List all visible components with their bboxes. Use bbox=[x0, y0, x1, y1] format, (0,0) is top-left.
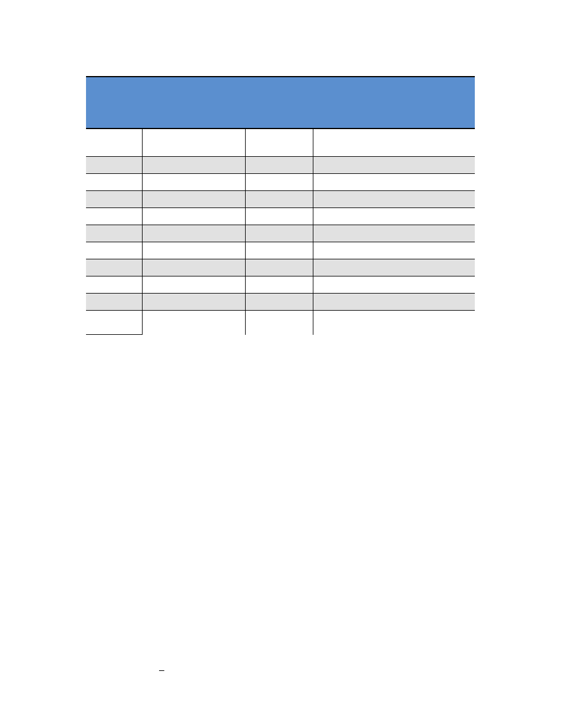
table-row bbox=[86, 294, 475, 311]
table-cell bbox=[142, 174, 245, 191]
table-header-cell bbox=[142, 77, 245, 129]
table-cell bbox=[313, 225, 475, 242]
table-cell bbox=[313, 157, 475, 174]
table-cell bbox=[313, 259, 475, 276]
table-cell bbox=[245, 225, 313, 242]
table-cell bbox=[86, 294, 142, 311]
table-row bbox=[86, 129, 475, 157]
table-cell bbox=[86, 225, 142, 242]
table-cell bbox=[245, 208, 313, 225]
table-cell bbox=[142, 157, 245, 174]
table-cell bbox=[245, 174, 313, 191]
table-header-row bbox=[86, 77, 475, 129]
table-row bbox=[86, 157, 475, 174]
table-cell bbox=[86, 174, 142, 191]
table-cell bbox=[86, 259, 142, 276]
table-row bbox=[86, 259, 475, 276]
table-cell bbox=[245, 259, 313, 276]
table-cell bbox=[142, 311, 245, 335]
table-cell bbox=[245, 311, 313, 335]
table-cell bbox=[142, 225, 245, 242]
table-cell bbox=[142, 191, 245, 208]
table-cell bbox=[86, 129, 142, 157]
table-cell bbox=[313, 191, 475, 208]
table-cell bbox=[313, 174, 475, 191]
table-cell bbox=[86, 191, 142, 208]
table-cell bbox=[142, 242, 245, 259]
table-cell bbox=[142, 294, 245, 311]
footer-dash: – bbox=[159, 665, 164, 676]
table-cell bbox=[86, 157, 142, 174]
table-row bbox=[86, 191, 475, 208]
table-cell bbox=[313, 294, 475, 311]
table-row bbox=[86, 208, 475, 225]
table-cell bbox=[142, 276, 245, 294]
document-table bbox=[86, 76, 475, 335]
table-row bbox=[86, 174, 475, 191]
table-cell bbox=[245, 276, 313, 294]
table-cell bbox=[313, 129, 475, 157]
table-row bbox=[86, 225, 475, 242]
table-cell bbox=[86, 311, 142, 335]
table-cell bbox=[245, 157, 313, 174]
table-header-cell bbox=[86, 77, 142, 129]
table-row bbox=[86, 276, 475, 294]
table-cell bbox=[86, 242, 142, 259]
table-cell bbox=[313, 242, 475, 259]
table-cell bbox=[313, 276, 475, 294]
table-row bbox=[86, 242, 475, 259]
table-header-cell bbox=[245, 77, 313, 129]
table-header-cell bbox=[313, 77, 475, 129]
table-row bbox=[86, 311, 475, 335]
table-cell bbox=[245, 129, 313, 157]
table-cell bbox=[245, 294, 313, 311]
table-cell bbox=[313, 311, 475, 335]
table-cell bbox=[142, 129, 245, 157]
table-cell bbox=[245, 242, 313, 259]
table-cell bbox=[313, 208, 475, 225]
table-cell bbox=[245, 191, 313, 208]
table-cell bbox=[86, 276, 142, 294]
table-cell bbox=[142, 208, 245, 225]
table-cell bbox=[86, 208, 142, 225]
table-cell bbox=[142, 259, 245, 276]
